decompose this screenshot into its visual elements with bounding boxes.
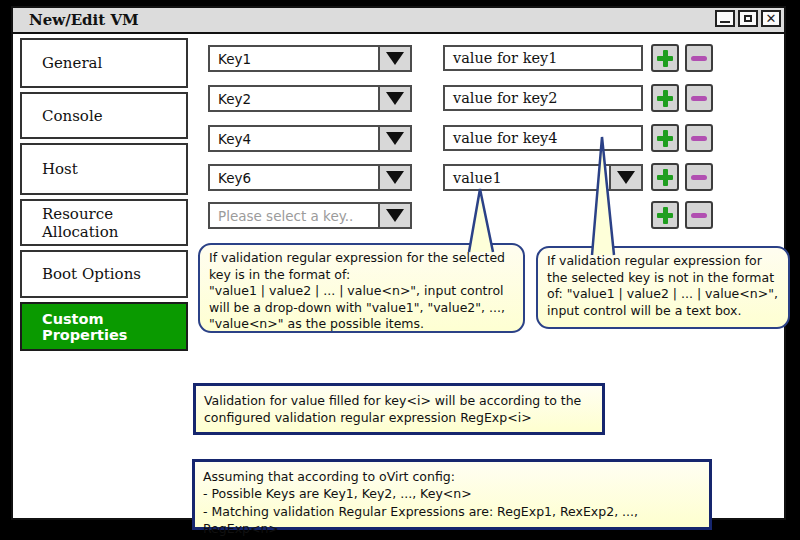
note-ovirt-config: Assuming that according to oVirt config:… [192,459,712,530]
property-row: Key4 value for key4 [208,125,718,153]
add-row-button[interactable] [651,201,679,229]
maximize-icon [744,15,752,22]
tab-label: Console [42,107,103,125]
property-row: Key1 value for key1 [208,45,718,73]
value-dropdown[interactable]: value1 [443,164,643,191]
add-row-button[interactable] [651,44,679,72]
key-dropdown-placeholder: Please select a key.. [210,204,378,227]
key-dropdown-value: Key4 [210,127,378,150]
key-dropdown[interactable]: Key4 [208,125,412,152]
value-text: value for key4 [453,130,557,146]
chevron-down-icon[interactable] [378,127,410,150]
plus-icon [653,126,677,150]
key-dropdown-value: Key1 [210,47,378,70]
tab-label: General [42,54,102,72]
key-dropdown-value: Key6 [210,166,378,189]
plus-icon [653,165,677,189]
remove-row-button[interactable] [685,201,713,229]
minimize-button[interactable] [715,10,735,27]
key-dropdown-value: Key2 [210,87,378,110]
callout-text: If validation regular expression for the… [547,253,782,319]
remove-row-button[interactable] [685,163,713,191]
tab-resource-allocation[interactable]: Resource Allocation [20,199,188,246]
chevron-down-icon[interactable] [378,87,410,110]
tab-custom-properties[interactable]: Custom Properties [20,302,188,351]
maximize-button[interactable] [738,10,758,27]
value-text: value for key1 [453,50,557,66]
minus-icon [691,175,707,180]
minus-icon [691,213,707,218]
plus-icon [653,46,677,70]
close-icon: ✕ [766,12,777,25]
close-button[interactable]: ✕ [761,10,781,27]
add-row-button[interactable] [651,163,679,191]
tab-label: Custom Properties [42,311,186,343]
callout-text: If validation regular expression for the… [209,250,517,333]
add-row-button[interactable] [651,84,679,112]
tab-label: Host [42,160,78,178]
note-text: Assuming that according to oVirt config:… [203,468,703,537]
tab-label: Resource Allocation [42,205,186,241]
window-title: New/Edit VM [29,11,139,29]
note-validation-regexp: Validation for value filled for key<i> w… [193,383,605,435]
window-controls: ✕ [715,10,781,27]
value-textbox[interactable]: value for key2 [443,85,643,111]
plus-icon [653,86,677,110]
minus-icon [691,96,707,101]
key-dropdown[interactable]: Please select a key.. [208,202,412,229]
chevron-down-icon[interactable] [378,47,410,70]
titlebar[interactable]: New/Edit VM ✕ [13,8,784,34]
remove-row-button[interactable] [685,44,713,72]
value-textbox[interactable]: value for key4 [443,125,643,151]
callout-textbox-explanation: If validation regular expression for the… [536,246,790,329]
plus-icon [653,203,677,227]
value-text: value for key2 [453,90,557,106]
screenshot-root: New/Edit VM ✕ General Console Host Resou… [0,0,800,540]
property-row: Key6 value1 [208,164,718,192]
chevron-down-icon[interactable] [378,166,410,189]
note-text: Validation for value filled for key<i> w… [204,392,596,427]
tab-console[interactable]: Console [20,92,188,139]
minimize-icon [720,21,730,23]
remove-row-button[interactable] [685,124,713,152]
property-row: Key2 value for key2 [208,85,718,113]
key-dropdown[interactable]: Key6 [208,164,412,191]
callout-dropdown-explanation: If validation regular expression for the… [198,243,525,333]
tab-label: Boot Options [42,265,141,283]
property-row: Please select a key.. [208,202,718,230]
key-dropdown[interactable]: Key2 [208,85,412,112]
add-row-button[interactable] [651,124,679,152]
chevron-down-icon[interactable] [609,166,641,189]
minus-icon [691,136,707,141]
minus-icon [691,56,707,61]
chevron-down-icon[interactable] [378,204,410,227]
tab-general[interactable]: General [20,38,188,88]
value-dropdown-value: value1 [445,166,609,189]
tab-host[interactable]: Host [20,143,188,195]
key-dropdown[interactable]: Key1 [208,45,412,72]
remove-row-button[interactable] [685,84,713,112]
value-textbox[interactable]: value for key1 [443,45,643,71]
tab-boot-options[interactable]: Boot Options [20,250,188,298]
